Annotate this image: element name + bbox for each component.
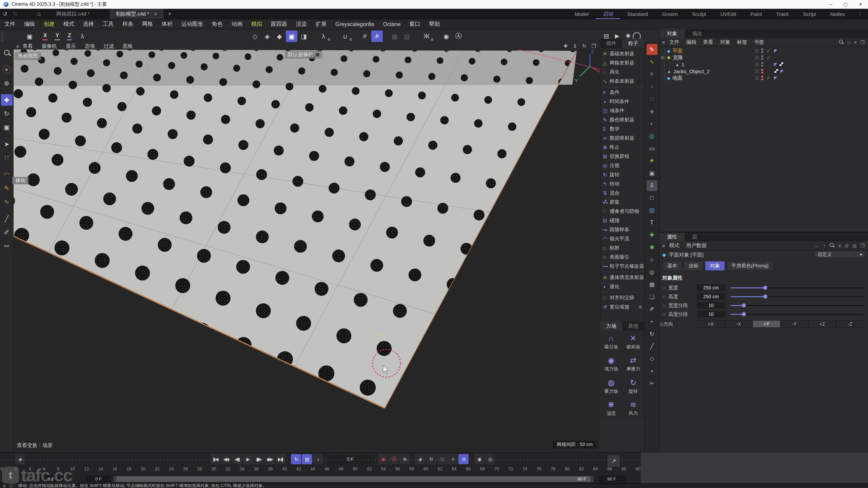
particle-item[interactable]: ◎注视 — [600, 161, 644, 170]
current-frame-field[interactable]: 0 F — [85, 475, 111, 482]
object-name[interactable]: 克隆 — [673, 55, 683, 61]
menu-文件[interactable]: 文件 — [0, 21, 20, 28]
visibility-dot[interactable] — [761, 58, 763, 60]
rotate-tool[interactable]: ↻ — [1, 108, 13, 119]
object-row-克隆[interactable]: ⊟✱克隆✓ — [659, 54, 868, 61]
particle-item[interactable]: ↺复位缩放⊛ — [600, 302, 644, 311]
particle-item[interactable]: ⇅混合 — [600, 188, 644, 198]
force-button-重力场[interactable]: ◍重力场 — [600, 375, 622, 398]
force-button-旋转[interactable]: ↻旋转 — [622, 375, 644, 398]
grid-toggle-button[interactable]: # — [359, 30, 371, 42]
particle-item[interactable]: Σ数学 — [600, 124, 644, 134]
undo-icon[interactable]: ↺ — [0, 11, 10, 17]
particle-item[interactable]: ≠条件 — [600, 87, 644, 97]
palette-icon-6[interactable]: ◆ — [647, 106, 657, 117]
palette-icon-7[interactable]: ◐ — [647, 118, 657, 129]
particle-item[interactable]: ↝跟随样条 — [600, 225, 644, 234]
palette-icon-4[interactable]: ● — [647, 81, 657, 92]
visibility-dots[interactable] — [761, 76, 763, 80]
plane-cut-tool[interactable]: ✐ — [1, 226, 13, 238]
slider-handle[interactable] — [742, 303, 746, 307]
particle-item[interactable]: ⁂群集 — [600, 198, 644, 207]
particle-item[interactable]: ⊟碰撞 — [600, 216, 644, 225]
slider-handle[interactable] — [763, 294, 767, 299]
menu-渲染[interactable]: 渲染 — [292, 21, 311, 28]
camera-toggle-icon[interactable] — [316, 53, 319, 57]
symmetry-button[interactable]: Ж⊛ — [419, 30, 434, 42]
object-row-地面[interactable]: ◆地面✓◤ — [659, 75, 868, 81]
pen-tool[interactable]: ✎ — [1, 182, 13, 194]
param-slider[interactable] — [731, 296, 864, 297]
menu-跟踪器[interactable]: 跟踪器 — [267, 21, 292, 28]
viewport-menu-摄像机[interactable]: 摄像机 — [42, 43, 57, 49]
particle-item[interactable]: ◫域条件 — [600, 106, 644, 115]
attr-tab-属性[interactable]: 属性 — [659, 232, 685, 241]
visibility-dots[interactable] — [761, 48, 763, 53]
layer-toggle[interactable] — [755, 49, 758, 53]
axis-lock-x[interactable]: X — [40, 31, 50, 41]
object-row-Jacks_Object_2[interactable]: ▲Jacks_Object_2◤ — [659, 68, 868, 75]
layout-tab-uvedit[interactable]: UVEdit — [713, 9, 743, 19]
tag-icon[interactable]: ◤ — [774, 76, 777, 80]
section-tab-坐标[interactable]: 坐标 — [684, 261, 704, 271]
viewport-menu-显示[interactable]: 显示 — [66, 43, 76, 49]
particle-item[interactable]: ≐数据映射器 — [600, 134, 644, 143]
visibility-dot[interactable] — [761, 72, 763, 74]
search-tool[interactable] — [1, 47, 13, 58]
palette-icon-14[interactable]: ▧ — [647, 205, 657, 216]
menu-模拟[interactable]: 模拟 — [247, 21, 267, 28]
close-button[interactable]: ✕ — [853, 0, 868, 8]
move-tool[interactable]: ✚ — [1, 94, 13, 106]
menu-运动图形[interactable]: 运动图形 — [177, 21, 208, 28]
palette-icon-10[interactable]: ☀ — [647, 156, 657, 166]
polygons-mode-button[interactable]: ◆ — [274, 30, 285, 42]
document-tab[interactable]: 网格跟踪.c4d * — [50, 9, 96, 19]
visibility-dots[interactable] — [761, 62, 763, 67]
visibility-dot[interactable] — [761, 65, 763, 67]
particle-item[interactable]: ↻旋转 — [600, 170, 644, 179]
range-start-field[interactable]: 0 F — [38, 475, 64, 482]
object-name[interactable]: 平面 — [672, 48, 683, 54]
force-button-摩擦力[interactable]: ⇄摩擦力 — [622, 353, 644, 375]
palette-icon-3[interactable]: ≡ — [647, 69, 657, 80]
palette-icon-1[interactable]: ✎ — [647, 44, 657, 55]
direction-option--Z[interactable]: -Z — [836, 320, 864, 328]
visibility-dot[interactable] — [761, 51, 763, 53]
up-icon[interactable]: ↑ — [823, 243, 825, 248]
redo-icon[interactable]: ↻ — [10, 11, 20, 17]
quantize-button[interactable]: # — [371, 30, 383, 42]
tag-icon[interactable]: ◤ — [774, 48, 777, 53]
menu-动画[interactable]: 动画 — [227, 21, 247, 28]
particle-item[interactable]: ↰转动 — [600, 179, 644, 188]
axis-lock-y[interactable]: Y — [52, 31, 62, 41]
om-menu-编辑[interactable]: 编辑 — [686, 39, 696, 45]
range-end-field[interactable]: 90 F — [598, 475, 625, 482]
home-icon[interactable]: ⌂ — [34, 11, 44, 17]
layout-tab-paint[interactable]: Paint — [743, 9, 769, 19]
enabled-check-icon[interactable]: ✓ — [767, 75, 771, 81]
layer-toggle[interactable] — [755, 69, 758, 73]
layout-tab-script[interactable]: Script — [796, 9, 823, 19]
particle-item[interactable]: ≋液体填充发射器 — [600, 272, 644, 282]
enabled-check-icon[interactable]: ✓ — [767, 48, 771, 54]
maximize-button[interactable]: ▢ — [838, 0, 853, 8]
slider-handle[interactable] — [763, 286, 767, 290]
spline-smooth-tool[interactable]: ∿ — [1, 196, 13, 207]
palette-icon-17[interactable]: ✱ — [647, 242, 657, 253]
layout-tab-启动[interactable]: 启动 — [596, 9, 620, 19]
auto-mode-button[interactable]: Ⓐ — [453, 30, 464, 42]
menu-选择[interactable]: 选择 — [79, 21, 98, 28]
menu-模式[interactable]: 模式 — [59, 21, 79, 28]
viewport-menu-选项[interactable]: 选项 — [85, 43, 95, 49]
object-row-1[interactable]: ▲1◤ — [659, 61, 868, 68]
particle-item[interactable]: ∿样条发射器 — [600, 77, 644, 86]
menu-窗口[interactable]: 窗口 — [405, 21, 425, 28]
menu-Octane[interactable]: Octane — [379, 21, 405, 27]
menu-体积[interactable]: 体积 — [157, 21, 177, 28]
param-value-field[interactable]: 10 — [697, 302, 725, 309]
line-cut-tool[interactable]: ╱ — [1, 213, 13, 224]
coordinate-manager-button[interactable]: ▣ — [24, 30, 35, 42]
layout-tab-model[interactable]: Model — [568, 9, 596, 19]
force-tab-力场[interactable]: 力场 — [600, 321, 622, 331]
gear-icon[interactable]: ⊛ — [638, 304, 642, 309]
